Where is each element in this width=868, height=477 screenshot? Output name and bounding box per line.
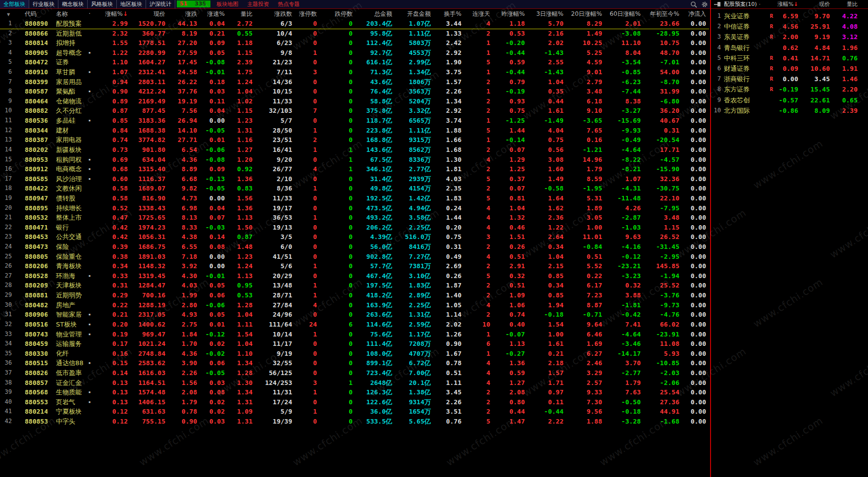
filter-triangle-icon[interactable]: ▼	[7, 12, 10, 17]
cell-limit-down-count: 0	[320, 106, 356, 116]
sector-row[interactable]: 30880482房地产0.221288.192.80-0.061.2827/84…	[0, 300, 709, 310]
column-header-volume-ratio[interactable]: 量比	[228, 9, 255, 19]
stock-row[interactable]: 9香农芯创-0.5722.610.65	[711, 95, 868, 105]
right-panel-title-dot: ·	[759, 1, 761, 7]
column-header-change-60d-pct[interactable]: 60日涨幅%	[605, 9, 644, 19]
sector-row[interactable]: 13880387家用电器0.743774.8227.710.011.1623/5…	[0, 135, 709, 145]
cell-prev-change-pct: -0.07	[493, 330, 528, 339]
stock-row[interactable]: 6财通证券R0.0910.601.91	[711, 63, 868, 74]
sector-row[interactable]: 6880910草甘膦▪1.072312.4124.58-0.011.757/11…	[0, 67, 709, 77]
sector-row[interactable]: 29880881近期弱势0.29700.161.990.060.5328/711…	[0, 290, 709, 300]
tab-concept-sectors[interactable]: 概念板块	[58, 0, 88, 8]
rp-column-header-change-pct[interactable]: 涨幅%↓	[776, 0, 801, 8]
sector-row[interactable]: 4880905超导概念▪1.222280.9927.590.051.159/81…	[0, 48, 709, 58]
stock-row[interactable]: 8东方证券R-0.1915.452.20	[711, 84, 868, 95]
sector-row[interactable]: 23880453公共交通0.421056.314.380.140.873/500…	[0, 232, 709, 242]
stock-row[interactable]: 10北方国际-0.868.092.39	[711, 105, 868, 116]
advance-decline-badge[interactable]: 51 335	[177, 0, 210, 7]
stock-row[interactable]: 3东吴证券R2.009.193.12	[711, 32, 868, 42]
sector-row[interactable]: 14880202新疆板块0.73901.806.54-0.061.2716/41…	[0, 145, 709, 155]
cell-consecutive-up-days: 5	[464, 193, 493, 203]
column-header-speed-pct[interactable]: 涨速%	[200, 9, 228, 19]
column-header-open-amount[interactable]: 开盘金额	[395, 9, 434, 19]
column-header-code[interactable]: 代码	[17, 9, 48, 19]
column-header-consecutive-up-days[interactable]: 连涨天	[464, 9, 493, 19]
sector-row[interactable]: 39880568生物质能▪0.131574.482.080.081.3411/3…	[0, 387, 709, 397]
sector-row[interactable]: 33880743物业管理▪0.19969.471.84-0.121.5410/1…	[0, 330, 709, 339]
sector-row[interactable]: 12880344建材0.841688.3814.10-0.051.3128/50…	[0, 126, 709, 136]
sector-row[interactable]: 31880906智能家居▪0.212317.054.930.051.0424/9…	[0, 310, 709, 320]
menu-hot-topics[interactable]: 热点专题	[273, 0, 304, 8]
column-header-limit-down-count[interactable]: 跌停数	[320, 9, 356, 19]
sector-row[interactable]: 41880214宁夏板块0.12631.630.780.021.095/9103…	[0, 407, 709, 417]
sector-row[interactable]: 37880826低市盈率0.141616.032.26-0.051.2856/1…	[0, 368, 709, 378]
column-header-change-20d-pct[interactable]: 20日涨幅%	[566, 9, 605, 19]
menu-theme-investment[interactable]: 主题投资	[243, 0, 273, 8]
sector-row[interactable]: 35880330化纤0.162748.844.36-0.021.109/1900…	[0, 349, 709, 359]
column-header-change-3d-pct[interactable]: 3日涨幅%	[528, 9, 566, 19]
cell-prev-change-pct: 1.47	[493, 417, 528, 427]
tab-all-sectors[interactable]: 全部板块	[0, 0, 29, 8]
sector-row[interactable]: 7880399家居用品0.942803.1126.220.181.2414/36…	[0, 77, 709, 87]
sector-row[interactable]: 1880890配股预案2.991520.7044.130.042.726/300…	[0, 19, 709, 29]
column-header-total-amount[interactable]: 总金额	[356, 9, 395, 19]
column-header-ytd-pct[interactable]: 年初至今%	[644, 9, 682, 19]
sector-row[interactable]: 21880532整体上市0.471725.658.130.071.1336/53…	[0, 213, 709, 223]
sector-row[interactable]: 40880553页岩气▪0.131406.151.790.021.3117/24…	[0, 397, 709, 407]
tab-industry-sectors[interactable]: 行业板块	[29, 0, 58, 8]
sector-row[interactable]: 25880805保险重仓0.381891.037.180.001.2341/51…	[0, 252, 709, 262]
sector-row[interactable]: 22880471银行0.421974.238.33-0.031.5019/130…	[0, 223, 709, 233]
sector-row[interactable]: 34880459运输服务0.171021.241.700.021.0411/17…	[0, 339, 709, 349]
tab-style-sectors[interactable]: 风格板块	[88, 0, 117, 8]
search-icon[interactable]	[688, 0, 699, 8]
sector-row[interactable]: 42880853中字头0.12755.150.900.031.3119/3900…	[0, 417, 709, 427]
sector-row[interactable]: 24880473保险0.391686.756.550.081.486/00056…	[0, 242, 709, 252]
sector-row[interactable]: 8880587聚氨酯▪0.904212.2437.760.031.0410/15…	[0, 87, 709, 96]
right-panel-title[interactable]: 配股预案(10)	[724, 0, 757, 8]
column-header-name[interactable]: 名称	[48, 9, 86, 19]
sector-row[interactable]: 27880528环渤海▪0.331319.454.30-0.011.1320/2…	[0, 271, 709, 281]
stock-row[interactable]: 7浙商银行R0.003.451.46	[711, 74, 868, 84]
tab-hs-statistics[interactable]: 沪深统计	[146, 0, 175, 8]
menu-sector-map[interactable]: 板块地图	[212, 0, 243, 8]
column-header-change-pct[interactable]: 涨幅%↓	[93, 9, 131, 19]
sector-row[interactable]: 5880472证券1.101604.2717.45-0.082.3921/230…	[0, 57, 709, 67]
sector-row[interactable]: 16880912电商概念▪0.681315.408.890.090.9226/7…	[0, 164, 709, 174]
sector-row[interactable]: 9880464仓储物流0.892169.4919.190.111.0211/33…	[0, 96, 709, 106]
column-header-net-inflow[interactable]: 净流入	[682, 9, 709, 19]
stock-row[interactable]: 4青岛银行0.624.841.96	[711, 43, 868, 53]
cell-consecutive-up-days: 1	[464, 116, 493, 126]
cell-price: 1689.07	[131, 184, 168, 193]
sector-row[interactable]: 18880422文教休闲0.581689.079.82-0.050.838/36…	[0, 184, 709, 193]
sector-row[interactable]: 36880515通达信88▪0.152583.623.900.061.3432/…	[0, 358, 709, 368]
column-header-limit-up-count[interactable]: 涨停数	[295, 9, 320, 19]
sector-row[interactable]: 15880953租购同权▪0.69634.044.36-0.081.209/20…	[0, 155, 709, 165]
sector-row[interactable]: 38880857证金汇金0.131164.511.560.031.30124/2…	[0, 378, 709, 388]
cell-change-20d-pct: 11.01	[566, 232, 605, 242]
sector-row[interactable]: 3880814拟增持1.551778.5127.200.091.186/2300…	[0, 38, 709, 48]
rp-column-header-price[interactable]: 现价	[801, 0, 833, 8]
stock-row[interactable]: 1兴业证券R6.599.704.22	[711, 11, 868, 21]
sector-row[interactable]: 32880516ST板块▪0.201400.622.750.011.11111/…	[0, 320, 709, 330]
column-header-price[interactable]: 现价	[131, 9, 168, 19]
stock-row[interactable]: 2中信证券R4.5625.914.08	[711, 21, 868, 32]
stock-row[interactable]: 5中科三环R0.4114.710.76	[711, 53, 868, 63]
sector-row[interactable]: 19880947债转股0.58816.904.730.001.5611/3300…	[0, 193, 709, 203]
sector-row[interactable]: 17880585风沙治理▪0.601116.376.68-0.131.362/1…	[0, 174, 709, 184]
tab-region-sectors[interactable]: 地区板块	[117, 0, 146, 8]
column-header-updown-count[interactable]: 涨跌数	[255, 9, 295, 19]
sector-row[interactable]: 11880536多晶硅▪0.853183.3626.940.001.235/70…	[0, 116, 709, 126]
column-header-change[interactable]: 涨跌	[168, 9, 200, 19]
pin-icon[interactable]	[714, 1, 721, 7]
sector-row[interactable]: 28880209天津板块0.311284.474.030.050.9513/48…	[0, 281, 709, 290]
sector-row[interactable]: 2880866近期新低2.32360.778.190.210.5510/4009…	[0, 29, 709, 39]
column-header-turnover-pct[interactable]: 换手%	[434, 9, 464, 19]
sector-row[interactable]: 26880206青海板块0.341148.323.920.001.245/610…	[0, 261, 709, 271]
sector-row[interactable]: 10880882久不分红0.87877.457.560.041.1532/103…	[0, 106, 709, 116]
column-header-marker[interactable]: ·	[86, 9, 93, 19]
sector-row[interactable]: 20880895持续增长0.521338.436.980.041.3619/17…	[0, 203, 709, 213]
rp-column-header-volume-ratio[interactable]: 量比	[833, 0, 861, 8]
gear-icon[interactable]	[699, 0, 710, 8]
column-header-prev-change-pct[interactable]: 昨涨幅%	[493, 9, 528, 19]
cell-change-20d-pct: 9.56	[566, 407, 605, 417]
